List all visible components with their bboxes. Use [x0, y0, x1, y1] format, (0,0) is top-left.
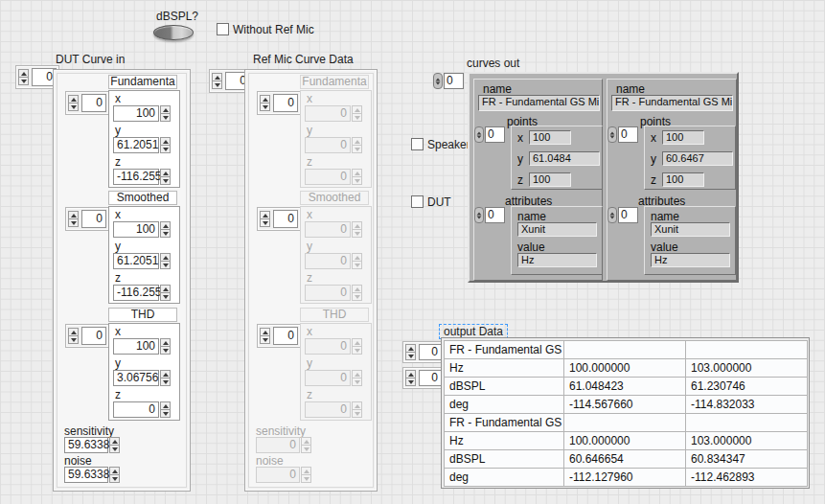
decrement-arrow-icon[interactable] [405, 378, 416, 386]
y-field: 0 [305, 370, 362, 386]
index-scroll-arrows-icon[interactable] [474, 207, 484, 223]
without-ref-mic-label: Without Ref Mic [233, 24, 314, 36]
noise-field[interactable]: 59.6338 [64, 467, 120, 483]
decrement-arrow-icon[interactable] [160, 292, 171, 301]
index-scroll-arrows-icon[interactable] [607, 126, 617, 143]
decrement-arrow-icon[interactable] [260, 335, 270, 344]
decrement-arrow-icon[interactable] [260, 103, 270, 111]
ref-thd-index[interactable]: 0 [257, 324, 301, 348]
x-field[interactable]: 100 [113, 221, 171, 238]
decrement-arrow-icon [352, 292, 362, 301]
index-value[interactable]: 0 [81, 210, 106, 228]
points-index[interactable]: 0 [474, 126, 505, 143]
table-row: FR - Fundamental GS Mic2 [445, 414, 808, 432]
x-field[interactable]: 100 [113, 105, 171, 122]
decrement-arrow-icon[interactable] [405, 352, 416, 360]
output-row-index[interactable]: 0 [402, 341, 445, 363]
ref-section-smoothed: Smoothed 0 x 0 y 0 [245, 191, 377, 305]
index-scroll-arrows-icon[interactable] [607, 207, 617, 223]
z-field[interactable]: -116.255 [113, 169, 171, 185]
index-scroll-arrows-icon[interactable] [433, 73, 443, 89]
z-field: 0 [305, 169, 362, 185]
index-value[interactable]: 0 [618, 126, 638, 143]
attr-value-label: value [517, 241, 545, 253]
dbspl-toggle-switch[interactable] [153, 25, 194, 40]
decrement-arrow-icon [352, 176, 362, 185]
decrement-arrow-icon[interactable] [160, 113, 171, 122]
index-value[interactable]: 0 [81, 94, 106, 112]
xyz-panel: x 0 y 0 z 0 [300, 206, 372, 304]
section-header: Smoothed [108, 191, 177, 205]
decrement-arrow-icon[interactable] [160, 378, 171, 386]
decrement-arrow-icon [352, 261, 362, 269]
decrement-arrow-icon[interactable] [109, 474, 120, 483]
output-data-table: FR - Fundamental GS Mic1 Hz100.000000103… [441, 337, 810, 489]
sensitivity-label: sensitivity [64, 425, 114, 437]
without-ref-mic-checkbox[interactable] [217, 23, 229, 35]
y-field[interactable]: 61.2051 [113, 137, 171, 153]
index-value[interactable]: 0 [485, 126, 505, 143]
y-field[interactable]: 61.2051 [113, 253, 171, 269]
table-row: FR - Fundamental GS Mic1 [445, 341, 808, 359]
decrement-arrow-icon[interactable] [212, 80, 222, 89]
z-field[interactable]: 0 [113, 401, 171, 418]
dut-checkbox[interactable] [411, 195, 424, 208]
z-label: z [115, 389, 121, 401]
index-value[interactable]: 0 [273, 94, 298, 112]
table-row: dBSPL60.64665460.834347 [445, 450, 808, 469]
table-row: deg-112.127960-112.462893 [445, 469, 808, 487]
y-label: y [307, 241, 312, 252]
index-value[interactable]: 0 [485, 207, 505, 223]
dut-fundamental-index[interactable]: 0 [65, 91, 109, 115]
index-value[interactable]: 0 [444, 73, 464, 89]
decrement-arrow-icon[interactable] [160, 346, 171, 355]
decrement-arrow-icon[interactable] [68, 335, 79, 344]
index-scroll-arrows-icon[interactable] [474, 126, 484, 143]
index-value[interactable]: 0 [419, 370, 442, 386]
decrement-arrow-icon[interactable] [109, 445, 120, 453]
decrement-arrow-icon[interactable] [68, 218, 79, 227]
z-value: 100 [662, 172, 704, 187]
decrement-arrow-icon[interactable] [18, 77, 29, 85]
x-field: 0 [305, 338, 362, 355]
section-header: THD [108, 308, 177, 322]
decrement-arrow-icon[interactable] [68, 103, 79, 111]
points-index[interactable]: 0 [607, 126, 638, 143]
attributes-index[interactable]: 0 [607, 207, 638, 223]
decrement-arrow-icon[interactable] [160, 409, 171, 418]
index-value[interactable]: 0 [618, 207, 638, 223]
decrement-arrow-icon [352, 346, 362, 355]
x-label: x [651, 132, 656, 144]
attributes-index[interactable]: 0 [474, 207, 505, 223]
dut-thd-index[interactable]: 0 [65, 324, 109, 348]
ref-smoothed-index[interactable]: 0 [257, 207, 301, 231]
decrement-arrow-icon[interactable] [160, 261, 171, 269]
y-field[interactable]: 3.06756 [113, 370, 171, 386]
name-label: name [483, 83, 512, 95]
index-value[interactable]: 0 [273, 210, 298, 228]
x-field: 0 [305, 221, 362, 238]
speaker-checkbox[interactable] [411, 138, 424, 150]
x-label: x [307, 209, 312, 220]
decrement-arrow-icon [352, 409, 362, 418]
z-field[interactable]: -116.255 [113, 285, 171, 301]
sensitivity-field[interactable]: 59.6338 [64, 437, 120, 453]
dut-smoothed-index[interactable]: 0 [65, 207, 109, 231]
decrement-arrow-icon[interactable] [160, 145, 171, 153]
index-value[interactable]: 0 [419, 344, 442, 360]
x-label: x [115, 326, 121, 337]
z-value: 100 [529, 172, 571, 187]
output-col-index[interactable]: 0 [402, 367, 445, 389]
decrement-arrow-icon[interactable] [160, 229, 171, 238]
decrement-arrow-icon[interactable] [260, 218, 270, 227]
noise-field: 0 [256, 467, 311, 483]
index-value[interactable]: 0 [273, 327, 298, 345]
z-label: z [517, 174, 523, 186]
dbspl-toggle-label: dBSPL? [156, 11, 198, 23]
curves-out-array-index[interactable]: 0 [433, 73, 464, 89]
decrement-arrow-icon[interactable] [160, 176, 171, 185]
index-value[interactable]: 0 [81, 327, 106, 345]
ref-fundamental-index[interactable]: 0 [257, 91, 301, 115]
x-field[interactable]: 100 [113, 338, 171, 355]
curve-name-value: FR - Fundamental GS Mic1 [478, 95, 600, 111]
